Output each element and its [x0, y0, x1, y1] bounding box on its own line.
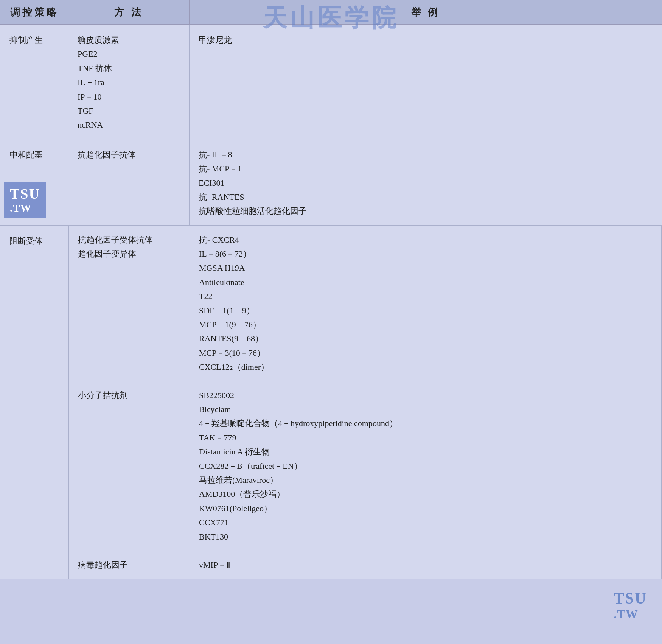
strategy-cell-1: 中和配基 [0, 139, 68, 225]
inner-example-1: SB225002 Bicyclam 4－羟基哌啶化合物（4－hydroxypip… [190, 381, 662, 551]
method-cell-1: 抗趋化因子抗体 [68, 139, 190, 225]
inner-row-0: 抗趋化因子受体抗体 趋化因子变异体 抗- CXCR4 IL－8(6－72） MG… [69, 226, 662, 381]
header-example: 举 例 [190, 0, 662, 25]
watermark-badge-right: TSU .TW [614, 589, 647, 621]
main-table: 调控策略 方 法 举 例 抑制产生 糖皮质激素 PGE2 TNF 抗体 IL－1… [0, 0, 662, 579]
inner-example-0: 抗- CXCR4 IL－8(6－72） MGSA H19A Antileukin… [190, 226, 662, 381]
strategy-cell-2: 阻断受体 [0, 225, 68, 579]
tw-label-right: .TW [614, 607, 638, 621]
inner-method-0: 抗趋化因子受体抗体 趋化因子变异体 [69, 226, 190, 381]
table-header-row: 调控策略 方 法 举 例 [0, 0, 662, 25]
inner-table-2: 抗趋化因子受体抗体 趋化因子变异体 抗- CXCR4 IL－8(6－72） MG… [68, 226, 662, 579]
example-cell-0: 甲泼尼龙 [190, 25, 662, 139]
tsu-label-right: TSU [614, 589, 647, 607]
inner-example-2: vMIP－Ⅱ [190, 551, 662, 579]
strategy-cell-0: 抑制产生 [0, 25, 68, 139]
table-row: 阻断受体 抗趋化因子受体抗体 趋化因子变异体 抗- CXCR4 IL－8(6－7… [0, 225, 662, 579]
inner-row-2: 病毒趋化因子 vMIP－Ⅱ [69, 551, 662, 579]
header-method: 方 法 [68, 0, 190, 25]
table-row: 抑制产生 糖皮质激素 PGE2 TNF 抗体 IL－1ra IP－10 TGF … [0, 25, 662, 139]
inner-method-2: 病毒趋化因子 [69, 551, 190, 579]
inner-row-1: 小分子拮抗剂 SB225002 Bicyclam 4－羟基哌啶化合物（4－hyd… [69, 381, 662, 551]
header-strategy: 调控策略 [0, 0, 68, 25]
inner-method-1: 小分子拮抗剂 [69, 381, 190, 551]
combined-cell-2: 抗趋化因子受体抗体 趋化因子变异体 抗- CXCR4 IL－8(6－72） MG… [68, 225, 662, 579]
example-cell-1: 抗- IL－8 抗- MCP－1 ECI301 抗- RANTES 抗嗜酸性粒细… [190, 139, 662, 225]
table-row: 中和配基 抗趋化因子抗体 抗- IL－8 抗- MCP－1 ECI301 抗- … [0, 139, 662, 225]
method-cell-0: 糖皮质激素 PGE2 TNF 抗体 IL－1ra IP－10 TGF ncRNA [68, 25, 190, 139]
